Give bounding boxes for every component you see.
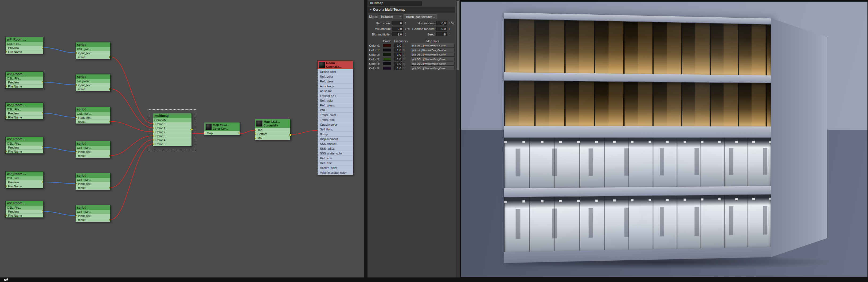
input-socket[interactable] [153,139,154,141]
input-socket[interactable] [317,143,318,145]
mix-amount-field[interactable]: 0,0 [392,27,403,31]
input-socket[interactable] [317,109,318,111]
output-socket[interactable] [239,132,240,134]
input-socket[interactable] [317,100,318,102]
room-bitmap-node[interactable]: wP_Room ... OSL: File... Preview File Na… [5,102,43,119]
input-socket[interactable] [317,162,318,164]
frequency-field[interactable]: 1,0 [394,62,402,66]
spinner-down-icon[interactable]: ▾ [404,23,407,25]
input-socket[interactable] [317,138,318,140]
color-swatch[interactable] [383,58,391,61]
map-slot-button[interactable]: ipt ( osl: jiWindowBox_Corona [411,48,455,52]
frequency-spinner[interactable]: ▴▾ [402,53,405,56]
color-swatch[interactable] [383,48,391,51]
output-socket[interactable] [109,154,110,157]
input-socket[interactable] [317,152,318,154]
input-socket[interactable] [75,182,76,185]
output-socket[interactable] [190,128,193,131]
multimap-node[interactable]: multimap CoronaM... Color 0 Color 1 [153,113,192,146]
osl-script-node[interactable]: script OSL: jiWi... input_tex result [75,173,111,190]
hue-random-field[interactable]: 0,0 [436,21,447,25]
input-socket[interactable] [317,147,318,150]
input-socket[interactable] [204,132,206,134]
spinner-down-icon[interactable]: ▾ [402,68,405,70]
scrollbar-thumb[interactable] [457,1,459,70]
footsteps-icon[interactable] [4,278,9,281]
rollout-corona-multi-texmap[interactable]: ▾ Corona Multi Texmap [368,7,455,12]
input-socket[interactable] [153,123,154,125]
input-socket[interactable] [317,75,318,78]
output-socket[interactable] [109,56,110,58]
gamma-random-field[interactable]: 0,0 [436,27,447,31]
seed-field[interactable]: 6 [436,32,447,36]
input-socket[interactable] [317,172,318,174]
blur-multiplier-field[interactable]: 1,0 [392,32,403,36]
input-socket[interactable] [153,143,154,145]
osl-script-node[interactable]: script osl: jiWin... input_tex result [75,74,111,91]
input-socket[interactable] [75,214,76,217]
input-socket[interactable] [6,150,7,152]
mix-amount-spinner[interactable]: ▴▾ [404,27,407,30]
color-correct-node[interactable]: Map #213... Color Cor... Map [204,122,240,135]
output-socket[interactable] [42,181,43,183]
room-bitmap-node[interactable]: wP_Room ... OSL: File... Preview File Na… [5,37,43,54]
output-socket[interactable] [42,146,43,149]
frequency-spinner[interactable]: ▴▾ [402,62,405,65]
output-socket[interactable] [42,210,43,213]
osl-script-node[interactable]: script OSL: jiWi... input_tex result [75,205,111,222]
panel-scrollbar[interactable] [456,0,460,278]
input-socket[interactable] [317,90,318,92]
input-socket[interactable] [75,84,76,86]
input-socket[interactable] [317,157,318,159]
input-socket[interactable] [75,116,76,119]
output-socket[interactable] [42,46,43,49]
batch-load-textures-button[interactable]: Batch load textures... [404,14,437,19]
frequency-field[interactable]: 1,0 [394,43,402,47]
gamma-random-spinner[interactable]: ▴▾ [447,27,451,30]
spinner-down-icon[interactable]: ▾ [402,55,405,56]
seed-spinner[interactable]: ▴▾ [447,33,451,36]
input-socket[interactable] [255,137,256,139]
frequency-field[interactable]: 1,0 [394,57,402,61]
frequency-spinner[interactable]: ▴▾ [402,44,405,47]
frequency-field[interactable]: 1,0 [394,52,402,57]
hue-random-spinner[interactable]: ▴▾ [447,22,451,25]
input-socket[interactable] [153,135,154,137]
color-swatch[interactable] [383,53,391,56]
output-socket[interactable] [109,218,110,221]
input-socket[interactable] [317,104,318,106]
output-socket[interactable] [289,134,292,136]
frequency-spinner[interactable]: ▴▾ [402,58,405,61]
input-socket[interactable] [153,127,154,129]
osl-script-node[interactable]: script OSL: jiWi... input_tex result [75,42,111,59]
item-count-spinner[interactable]: ▴▾ [404,22,407,25]
input-socket[interactable] [317,85,318,87]
osl-script-node[interactable]: script OSL: jiWi... input_tex result [75,141,111,158]
spinner-down-icon[interactable]: ▾ [402,46,405,47]
color-swatch[interactable] [383,67,391,70]
spinner-down-icon[interactable]: ▾ [402,64,405,65]
input-socket[interactable] [255,133,256,135]
map-slot-button[interactable]: ipt ( OSL: jiWindowBox_Coron [411,62,455,66]
corona-mix-node[interactable]: Map #213... CoronaMix Top Bottom [255,119,290,140]
output-socket[interactable] [42,112,43,114]
room-bitmap-node[interactable]: wP_Room ... OSL: File... Preview File Na… [5,137,43,154]
output-socket[interactable] [109,120,110,123]
corona-material-node[interactable]: Room ... CoronaLe... Diffuse color Refl.… [317,60,353,175]
input-socket[interactable] [317,119,318,121]
input-socket[interactable] [317,167,318,169]
input-socket[interactable] [6,50,7,53]
input-socket[interactable] [75,150,76,153]
color-swatch[interactable] [383,44,391,47]
map-slot-button[interactable]: ipt ( OSL: jiWindowBox_Coron [411,57,455,61]
input-socket[interactable] [6,214,7,217]
frequency-spinner[interactable]: ▴▾ [402,48,405,52]
input-socket[interactable] [317,124,318,126]
spinner-down-icon[interactable]: ▾ [447,34,451,36]
output-socket[interactable] [109,186,110,189]
mode-dropdown[interactable]: Instance ▾ [379,14,402,19]
input-socket[interactable] [317,71,318,73]
frequency-spinner[interactable]: ▴▾ [402,67,405,70]
spinner-down-icon[interactable]: ▾ [447,29,451,30]
input-socket[interactable] [75,52,76,54]
